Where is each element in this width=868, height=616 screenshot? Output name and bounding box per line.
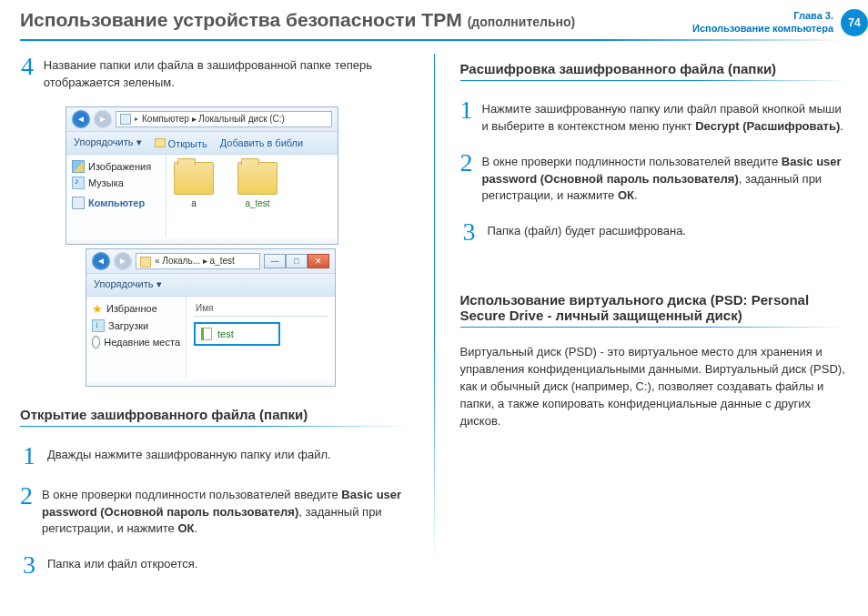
file-label-encrypted: test bbox=[217, 328, 234, 339]
step-decrypt-1-text: Нажмите зашифрованную папку или файл пра… bbox=[482, 97, 849, 136]
step-open-1: 1 Дважды нажмите зашифрованную папку или… bbox=[20, 443, 409, 469]
step-decrypt-2: 2 В окне проверки подлинности пользовате… bbox=[460, 150, 849, 206]
sidebar-item-favorites[interactable]: ★Избранное bbox=[92, 300, 180, 318]
section-rule bbox=[20, 426, 409, 427]
step-open-3-text: Папка или файл откроется. bbox=[47, 552, 197, 573]
folder-icon bbox=[174, 162, 214, 195]
section-rule bbox=[460, 80, 849, 81]
step-decrypt-3: 3 Папка (файл) будет расшифрована. bbox=[460, 219, 849, 245]
chapter-line-1: Глава 3. bbox=[692, 10, 833, 23]
explorer-window-2: ◄ ► « Локаль... ▸ a_test — □ ✕ Упорядочи… bbox=[86, 248, 336, 387]
breadcrumb[interactable]: « Локаль... ▸ a_test bbox=[136, 253, 260, 269]
chapter-line-2: Использование компьютера bbox=[692, 23, 833, 35]
folder-item-a-test[interactable]: a_test bbox=[237, 162, 278, 208]
music-icon bbox=[72, 177, 85, 189]
folder-content: Имя test bbox=[187, 297, 335, 379]
section-decrypt-heading: Расшифровка зашифрованного файла (папки) bbox=[460, 61, 849, 76]
left-column: 4 Название папки или файла в зашифрованн… bbox=[20, 54, 409, 592]
page-number-badge: 74 bbox=[841, 9, 868, 36]
nav-fwd-button[interactable]: ► bbox=[114, 252, 132, 270]
star-icon: ★ bbox=[92, 302, 103, 316]
command-bar: Упорядочить ▾ bbox=[86, 273, 335, 297]
sidebar-item-images[interactable]: Изображения bbox=[72, 158, 160, 175]
step-open-2-text: В окне проверки подлинности пользователе… bbox=[42, 483, 409, 539]
nav-fwd-button[interactable]: ► bbox=[94, 110, 112, 128]
step-4: 4 Название папки или файла в зашифрованн… bbox=[20, 54, 409, 92]
folder-icon bbox=[237, 162, 278, 195]
screenshot-mock: ◄ ► ▸ Компьютер ▸ Локальный диск (C:) Уп… bbox=[66, 106, 409, 387]
file-item-test[interactable]: test bbox=[194, 322, 280, 346]
folder-content: a a_test bbox=[167, 155, 338, 237]
file-icon bbox=[201, 328, 212, 340]
add-lib-link[interactable]: Добавить в библи bbox=[220, 137, 303, 148]
step-open-1-text: Дважды нажмите зашифрованную папку или ф… bbox=[47, 443, 331, 464]
sort-menu[interactable]: Упорядочить ▾ bbox=[94, 278, 162, 290]
section-psd-heading: Использование виртуального диска (PSD: P… bbox=[460, 292, 849, 323]
sort-menu[interactable]: Упорядочить ▾ bbox=[74, 136, 142, 148]
step-number: 1 bbox=[460, 97, 473, 123]
right-column: Расшифровка зашифрованного файла (папки)… bbox=[460, 54, 849, 592]
folder-label-encrypted: a_test bbox=[245, 198, 269, 208]
step-open-3: 3 Папка или файл откроется. bbox=[20, 552, 409, 578]
content-columns: 4 Название папки или файла в зашифрованн… bbox=[0, 41, 868, 592]
close-button[interactable]: ✕ bbox=[308, 254, 329, 268]
step-open-2: 2 В окне проверки подлинности пользовате… bbox=[20, 483, 409, 539]
step-4-text: Название папки или файла в зашифрованной… bbox=[44, 54, 409, 92]
nav-back-button[interactable]: ◄ bbox=[72, 110, 90, 128]
breadcrumb[interactable]: ▸ Компьютер ▸ Локальный диск (C:) bbox=[116, 111, 332, 127]
section-open-heading: Открытие зашифрованного файла (папки) bbox=[20, 407, 409, 422]
step-decrypt-1: 1 Нажмите зашифрованную папку или файл п… bbox=[460, 97, 849, 136]
step-number: 3 bbox=[20, 552, 38, 578]
downloads-icon bbox=[92, 319, 105, 332]
pictures-icon bbox=[72, 160, 85, 173]
maximize-button[interactable]: □ bbox=[286, 254, 308, 268]
open-link[interactable]: Открыть bbox=[155, 136, 207, 149]
command-bar: Упорядочить ▾ Открыть Добавить в библи bbox=[66, 131, 338, 155]
sidebar-item-recent[interactable]: Недавние места bbox=[92, 334, 180, 350]
sidebar-item-music[interactable]: Музыка bbox=[72, 175, 160, 191]
step-number: 2 bbox=[460, 150, 473, 176]
breadcrumb-text: « Локаль... ▸ a_test bbox=[155, 256, 235, 266]
folder-icon bbox=[155, 138, 166, 147]
step-decrypt-2-text: В окне проверки подлинности пользователе… bbox=[482, 150, 849, 206]
column-divider bbox=[434, 54, 435, 563]
column-header-name[interactable]: Имя bbox=[194, 300, 328, 317]
computer-icon bbox=[72, 197, 85, 209]
page-subtitle: (дополнительно) bbox=[468, 15, 576, 29]
step-number: 1 bbox=[20, 443, 38, 469]
explorer-sidebar: Изображения Музыка Компьютер bbox=[66, 155, 167, 237]
section-rule bbox=[460, 327, 849, 328]
explorer-sidebar: ★Избранное Загрузки Недавние места bbox=[86, 297, 187, 379]
breadcrumb-text: Компьютер ▸ Локальный диск (C:) bbox=[142, 114, 285, 124]
folder-item-a[interactable]: a bbox=[174, 162, 214, 208]
folder-icon bbox=[140, 257, 151, 268]
page-title: Использование устройства безопасности TP… bbox=[20, 9, 462, 31]
explorer-window-1: ◄ ► ▸ Компьютер ▸ Локальный диск (C:) Уп… bbox=[66, 106, 338, 245]
chapter-label: Глава 3. Использование компьютера bbox=[692, 10, 837, 35]
step-decrypt-3-text: Папка (файл) будет расшифрована. bbox=[488, 219, 686, 240]
psd-paragraph: Виртуальный диск (PSD) - это виртуальное… bbox=[460, 344, 849, 429]
step-number: 3 bbox=[460, 219, 479, 245]
window-controls: — □ ✕ bbox=[264, 254, 329, 268]
folder-label: a bbox=[191, 198, 197, 208]
sidebar-item-downloads[interactable]: Загрузки bbox=[92, 318, 180, 334]
minimize-button[interactable]: — bbox=[264, 254, 286, 268]
nav-back-button[interactable]: ◄ bbox=[92, 252, 110, 270]
step-number: 4 bbox=[20, 54, 35, 79]
step-number: 2 bbox=[20, 483, 33, 509]
sidebar-item-computer[interactable]: Компьютер bbox=[72, 195, 160, 211]
recent-icon bbox=[92, 336, 100, 348]
computer-icon bbox=[120, 114, 131, 125]
page-header: Использование устройства безопасности TP… bbox=[0, 0, 868, 39]
